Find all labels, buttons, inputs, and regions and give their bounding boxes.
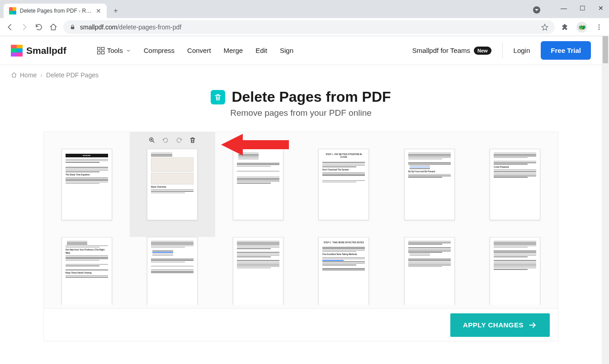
svg-point-1: [599, 24, 600, 26]
breadcrumb: Home › Delete PDF Pages: [0, 65, 602, 85]
divider: [502, 43, 503, 59]
maximize-button[interactable]: ☐: [580, 5, 585, 12]
new-badge: New: [474, 47, 491, 55]
page-thumb-3[interactable]: [215, 132, 301, 237]
window-controls: — ☐ ✕: [561, 5, 609, 11]
url-text: smallpdf.com/delete-pages-from-pdf: [80, 24, 537, 31]
page-subtitle: Remove pages from your PDF online: [0, 108, 602, 118]
lock-icon: [70, 24, 76, 30]
rotate-left-icon[interactable]: [161, 136, 170, 145]
tools-grid-icon: [97, 47, 104, 54]
browser-tab[interactable]: Delete Pages from PDF - Remove ✕: [4, 4, 107, 18]
breadcrumb-current: Delete PDF Pages: [46, 71, 99, 79]
chevron-down-icon: [126, 48, 131, 53]
arrow-right-icon: [528, 321, 537, 330]
main-nav: Tools Compress Convert Merge Edit Sign: [97, 47, 293, 54]
scrollbar-thumb[interactable]: [603, 36, 608, 63]
profile-avatar-icon[interactable]: 🐲: [576, 22, 587, 33]
extensions-icon[interactable]: [560, 23, 569, 32]
nav-merge[interactable]: Merge: [224, 47, 243, 54]
chrome-profile-indicator[interactable]: [533, 6, 540, 14]
smallpdf-logo[interactable]: Smallpdf: [11, 45, 66, 57]
page-thumb-7[interactable]: Get Help from Your Professor (The Right …: [44, 237, 130, 305]
minimize-button[interactable]: —: [561, 5, 567, 12]
page-thumb-9[interactable]: [215, 237, 301, 305]
page-title: Delete Pages from PDF: [231, 89, 391, 105]
breadcrumb-home[interactable]: Home: [11, 71, 37, 79]
page-thumb-11[interactable]: [387, 237, 472, 305]
svg-point-2: [599, 26, 600, 28]
favicon-icon: [9, 7, 16, 14]
reload-button[interactable]: [34, 23, 43, 32]
nav-convert[interactable]: Convert: [187, 47, 211, 54]
close-window-button[interactable]: ✕: [598, 5, 604, 12]
svg-point-3: [599, 28, 600, 30]
apply-changes-button[interactable]: APPLY CHANGES: [450, 313, 550, 337]
logo-text: Smallpdf: [26, 45, 66, 56]
chevron-right-icon: ›: [40, 71, 42, 79]
nav-compress[interactable]: Compress: [144, 47, 175, 54]
bookmark-star-icon[interactable]: [541, 24, 548, 31]
tab-title: Delete Pages from PDF - Remove: [20, 8, 92, 14]
page-thumb-12[interactable]: [472, 237, 558, 305]
home-button[interactable]: [49, 23, 58, 32]
trash-icon: [211, 90, 225, 104]
back-button[interactable]: [5, 23, 14, 32]
svg-rect-0: [71, 27, 75, 29]
page-thumb-10[interactable]: STEP 2 - TAKE MORE EFFECTIVE NOTES Five …: [301, 237, 387, 305]
apply-bar: APPLY CHANGES: [44, 308, 558, 341]
zoom-in-icon[interactable]: [147, 136, 156, 145]
forward-button[interactable]: [20, 23, 29, 32]
tab-bar: Delete Pages from PDF - Remove ✕ +: [0, 0, 609, 18]
page-scrollbar[interactable]: ▲: [602, 36, 609, 364]
chrome-menu-icon[interactable]: [595, 23, 604, 32]
site-header: Smallpdf Tools Compress Convert Merge Ed…: [0, 36, 602, 65]
home-icon: [11, 72, 17, 78]
page-thumb-8[interactable]: [130, 237, 216, 305]
nav-edit[interactable]: Edit: [255, 47, 267, 54]
free-trial-button[interactable]: Free Trial: [541, 41, 591, 60]
nav-tools[interactable]: Tools: [97, 47, 131, 54]
page-thumb-6[interactable]: Come Prepared: [472, 132, 558, 237]
new-tab-button[interactable]: +: [109, 5, 122, 17]
teams-link[interactable]: Smallpdf for Teams New: [412, 47, 491, 55]
logo-icon: [11, 45, 23, 57]
rotate-right-icon[interactable]: [175, 136, 184, 145]
login-link[interactable]: Login: [514, 47, 530, 54]
page-thumb-5[interactable]: Sit Up Front and Be Present: [387, 132, 472, 237]
thumb-toolbar: [147, 136, 197, 145]
browser-chrome: — ☐ ✕ Delete Pages from PDF - Remove ✕ +: [0, 0, 609, 36]
url-bar[interactable]: smallpdf.com/delete-pages-from-pdf: [63, 20, 555, 34]
page-thumb-1[interactable]: ■ ■ ■ ■ ■ The Study Time Equation: [44, 132, 130, 237]
document-area: ■ ■ ■ ■ ■ The Study Time Equation: [43, 132, 558, 341]
close-tab-icon[interactable]: ✕: [96, 7, 101, 14]
delete-page-icon[interactable]: [188, 136, 197, 145]
page-thumb-2[interactable]: Basic Overview: [130, 132, 216, 237]
address-bar: smallpdf.com/delete-pages-from-pdf 🐲: [0, 18, 609, 36]
page-thumb-4[interactable]: STEP 1 - PAY BETTER ATTENTION IN CLASS D…: [301, 132, 387, 237]
nav-sign[interactable]: Sign: [280, 47, 293, 54]
